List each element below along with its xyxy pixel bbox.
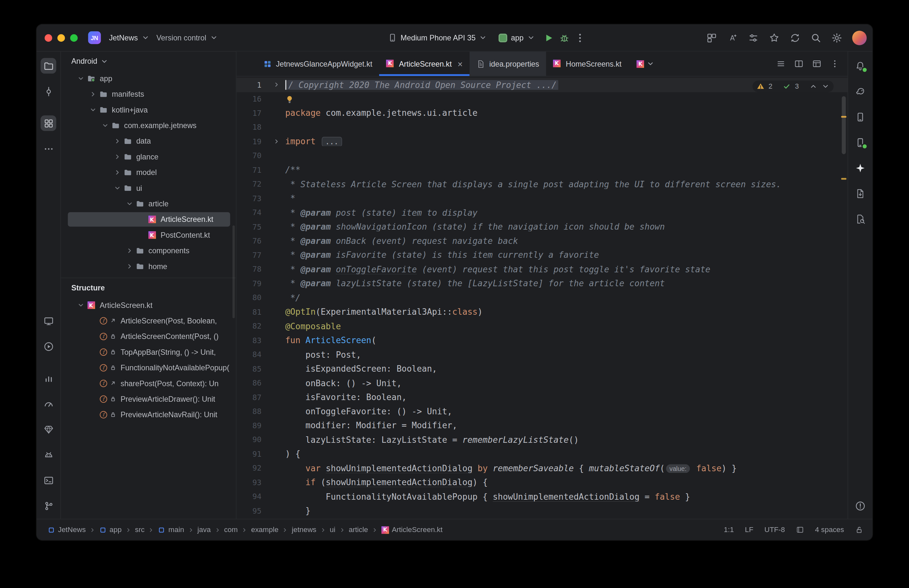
code-line[interactable]: 89 modifier: Modifier = Modifier, xyxy=(236,418,848,433)
project-tree-item[interactable]: model xyxy=(61,165,236,180)
chevron-right-icon[interactable] xyxy=(112,136,122,146)
caret-position-widget[interactable]: 1:1 xyxy=(724,526,734,534)
breadcrumb-item[interactable]: ui xyxy=(328,525,337,535)
more-actions-button[interactable] xyxy=(575,32,586,43)
code-line[interactable]: 77 * @param isFavorite (state) is this i… xyxy=(236,248,848,262)
more-tools-button[interactable] xyxy=(40,141,56,156)
breadcrumb-item[interactable]: src xyxy=(133,525,147,535)
project-tree-item[interactable]: home xyxy=(61,258,236,274)
breadcrumb-item[interactable]: article xyxy=(347,525,370,535)
code-line[interactable]: 16 xyxy=(236,92,848,106)
editor-tab[interactable]: KHomeScreens.kt xyxy=(546,52,628,76)
project-tree-item[interactable]: KPostContent.kt xyxy=(61,227,236,242)
code-line[interactable]: 82@Composable xyxy=(236,319,848,333)
project-tree-item[interactable]: manifests xyxy=(61,86,236,102)
fold-marker-icon[interactable] xyxy=(262,81,285,88)
code-line[interactable]: 91) { xyxy=(236,447,848,461)
project-tree-item[interactable]: article xyxy=(61,196,236,212)
structure-item[interactable]: fArticleScreenContent(Post, () xyxy=(61,329,236,344)
code-line[interactable]: 84 post: Post, xyxy=(236,347,848,362)
chevron-right-icon[interactable] xyxy=(112,168,122,177)
sync-project-button[interactable] xyxy=(790,32,801,43)
breadcrumb-item[interactable]: com xyxy=(222,525,239,535)
split-editor-button[interactable] xyxy=(794,59,804,69)
structure-item[interactable]: fsharePost(Post, Context): Un xyxy=(61,375,236,391)
structure-root-item[interactable]: KArticleScreen.kt xyxy=(61,297,236,313)
breadcrumb-item[interactable]: java xyxy=(196,525,213,535)
gradle-tool-button[interactable] xyxy=(852,84,868,99)
app-quality-insights-tool-button[interactable] xyxy=(40,396,56,411)
chevron-right-icon[interactable] xyxy=(124,246,134,255)
code-line[interactable]: 83fun ArticleScreen( xyxy=(236,333,848,347)
intention-bulb-icon[interactable] xyxy=(285,95,294,104)
settings-button[interactable] xyxy=(832,32,842,43)
chevron-right-icon[interactable] xyxy=(112,152,122,162)
chevron-down-icon[interactable] xyxy=(100,121,110,130)
warning-count[interactable]: 2 xyxy=(769,82,772,90)
project-widget[interactable]: JetNews xyxy=(105,31,153,44)
code-line[interactable]: 95 } xyxy=(236,504,848,518)
profiler-tool-button[interactable] xyxy=(40,370,56,386)
gemini-tool-button[interactable] xyxy=(852,160,868,176)
project-tree-item[interactable]: com.example.jetnews xyxy=(61,118,236,133)
chevron-down-icon[interactable] xyxy=(75,300,86,310)
code-line[interactable]: 93 if (showUnimplementedActionDialog) { xyxy=(236,475,848,489)
code-assist-button[interactable]: A xyxy=(727,32,738,43)
code-line[interactable]: 85 isExpandedScreen: Boolean, xyxy=(236,362,848,376)
structure-item[interactable]: fTopAppBar(String, () -> Unit, xyxy=(61,344,236,360)
project-tree-item[interactable]: glance xyxy=(61,149,236,165)
view-options-button[interactable] xyxy=(748,32,759,43)
minimize-button[interactable] xyxy=(57,34,65,41)
search-everywhere-button[interactable] xyxy=(811,32,821,43)
structure-item[interactable]: fArticleScreen(Post, Boolean, xyxy=(61,313,236,329)
breadcrumb-item[interactable]: jetnews xyxy=(290,525,318,535)
write-access-icon[interactable] xyxy=(855,526,863,534)
structure-item[interactable]: fFunctionalityNotAvailablePopup( xyxy=(61,360,236,375)
plugins-button[interactable] xyxy=(769,32,780,43)
project-scrollbar[interactable] xyxy=(232,225,235,318)
code-line[interactable]: 75 * @param showNavigationIcon (state) i… xyxy=(236,220,848,234)
breadcrumb-item[interactable]: main xyxy=(156,525,186,535)
project-tree-item[interactable]: KArticleScreen.kt xyxy=(61,212,236,227)
editor-more-button[interactable] xyxy=(830,59,840,69)
next-problem-button[interactable] xyxy=(821,82,830,90)
project-view-selector[interactable]: Android xyxy=(61,52,236,71)
passed-count[interactable]: 3 xyxy=(795,82,799,90)
device-manager-tool-button[interactable] xyxy=(852,109,868,124)
code-line[interactable]: 74 * @param post (state) item to display xyxy=(236,205,848,220)
running-devices-tool-button[interactable] xyxy=(852,134,868,150)
warning-stripe-mark[interactable] xyxy=(841,116,846,117)
editor-tab[interactable]: KArticleScreen.kt× xyxy=(379,52,469,76)
chevron-down-icon[interactable] xyxy=(88,105,98,115)
warning-stripe-mark[interactable] xyxy=(841,178,846,179)
layout-inspector-button[interactable] xyxy=(706,32,717,43)
editor-layout-button[interactable] xyxy=(812,59,822,69)
chevron-right-icon[interactable] xyxy=(124,262,134,271)
editor-tab[interactable]: JetnewsGlanceAppWidget.kt xyxy=(256,52,379,76)
code-line[interactable]: 70 xyxy=(236,149,848,163)
firebase-tool-button[interactable] xyxy=(40,422,56,437)
chevron-right-icon[interactable] xyxy=(88,90,98,99)
terminal-tool-button[interactable] xyxy=(40,473,56,488)
project-tool-button[interactable] xyxy=(40,58,56,73)
project-tree-item[interactable]: ui xyxy=(61,180,236,195)
line-separator-widget[interactable]: LF xyxy=(745,526,753,534)
run-tool-button[interactable] xyxy=(40,339,56,354)
running-devices-tool-button[interactable] xyxy=(40,313,56,329)
version-control-tool-button[interactable] xyxy=(40,498,56,513)
structure-item[interactable]: fPreviewArticleDrawer(): Unit xyxy=(61,391,236,407)
close-button[interactable] xyxy=(45,34,52,41)
code-line[interactable]: 94 FunctionalityNotAvailablePopup { show… xyxy=(236,489,848,504)
code-line[interactable]: 76 * @param onBack (event) request navig… xyxy=(236,234,848,248)
code-editor[interactable]: 1/ Copyright 2020 The Android Open Sourc… xyxy=(236,77,848,519)
code-line[interactable]: 88 onToggleFavorite: () -> Unit, xyxy=(236,404,848,418)
project-tree-item[interactable]: data xyxy=(61,133,236,149)
breadcrumb-item[interactable]: example xyxy=(249,525,280,535)
previous-problem-button[interactable] xyxy=(809,82,817,90)
debug-button[interactable] xyxy=(559,32,570,43)
tab-list-button[interactable] xyxy=(777,59,786,69)
code-line[interactable]: 79 * @param lazyListState (state) the [L… xyxy=(236,276,848,291)
code-line[interactable]: 17package com.example.jetnews.ui.article xyxy=(236,106,848,120)
device-selector[interactable]: Medium Phone API 35 xyxy=(384,31,491,45)
breadcrumb-item[interactable]: JetNews xyxy=(46,525,88,535)
